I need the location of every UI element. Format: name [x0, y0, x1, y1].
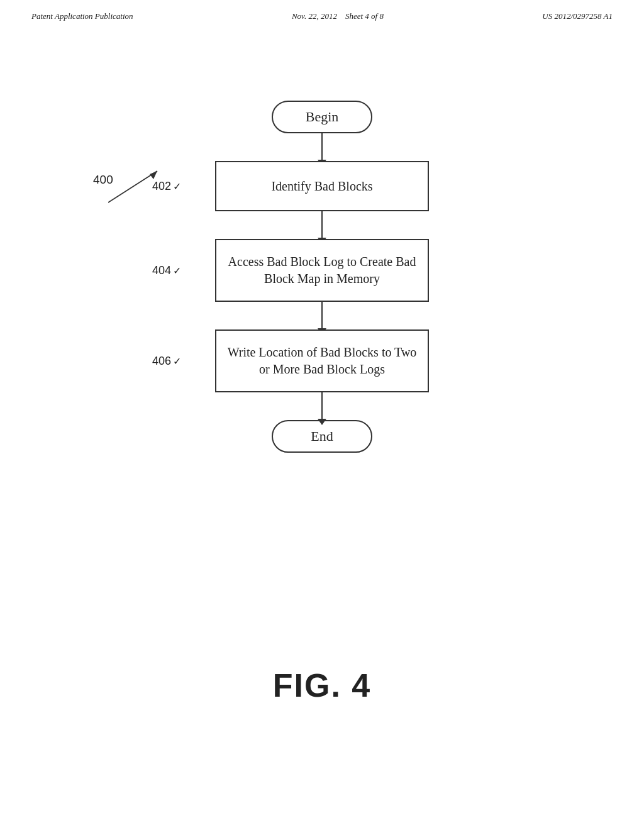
page-header: Patent Application Publication Nov. 22, … — [0, 0, 644, 21]
header-date-sheet: Nov. 22, 2012 Sheet 4 of 8 — [292, 11, 384, 21]
label-404: 404 ✓ — [152, 264, 181, 277]
label-406: 406 ✓ — [152, 355, 181, 368]
header-date: Nov. 22, 2012 — [292, 11, 337, 21]
check-402: ✓ — [173, 180, 181, 192]
write-node: Write Location of Bad Blocks to Two or M… — [215, 329, 429, 392]
header-publication: Patent Application Publication — [31, 11, 133, 21]
write-row: 406 ✓ Write Location of Bad Blocks to Tw… — [133, 329, 511, 392]
access-row: 404 ✓ Access Bad Block Log to Create Bad… — [133, 239, 511, 302]
connector-4 — [321, 392, 323, 420]
access-node: Access Bad Block Log to Create Bad Block… — [215, 239, 429, 302]
check-406: ✓ — [173, 355, 181, 367]
connector-3 — [321, 302, 323, 329]
connector-2 — [321, 211, 323, 239]
begin-node: Begin — [272, 101, 372, 133]
figure-label: FIG. 4 — [273, 667, 371, 704]
label-402: 402 ✓ — [152, 180, 181, 193]
identify-node: Identify Bad Blocks — [215, 161, 429, 211]
label-400: 400 — [93, 173, 113, 187]
identify-row: 402 ✓ Identify Bad Blocks — [133, 161, 511, 211]
check-404: ✓ — [173, 265, 181, 277]
header-sheet: Sheet 4 of 8 — [345, 11, 384, 21]
header-patent-number: US 2012/0297258 A1 — [542, 11, 613, 21]
connector-1 — [321, 133, 323, 161]
